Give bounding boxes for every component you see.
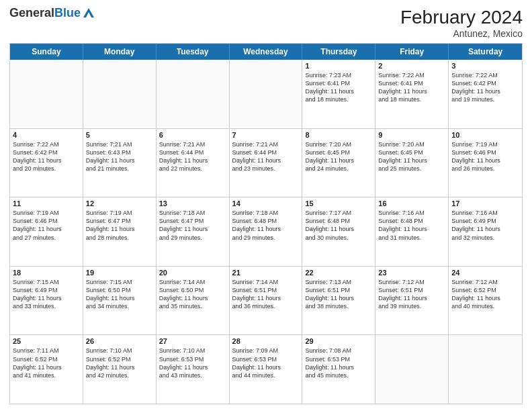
weekday-friday: Friday	[375, 44, 449, 60]
day-info: Sunrise: 7:14 AM Sunset: 6:50 PM Dayligh…	[159, 278, 226, 311]
weekday-thursday: Thursday	[302, 44, 375, 60]
logo-blue: Blue	[54, 6, 81, 19]
calendar-cell-r1-c2: 6Sunrise: 7:21 AM Sunset: 6:44 PM Daylig…	[157, 129, 230, 197]
weekday-monday: Monday	[83, 44, 157, 60]
calendar-cell-r0-c4: 1Sunrise: 7:23 AM Sunset: 6:41 PM Daylig…	[302, 60, 375, 128]
day-number: 10	[451, 131, 519, 139]
day-number: 9	[378, 131, 445, 139]
logo: GeneralBlue	[9, 7, 95, 20]
day-number: 15	[305, 199, 372, 208]
day-info: Sunrise: 7:19 AM Sunset: 6:46 PM Dayligh…	[451, 140, 519, 173]
day-info: Sunrise: 7:22 AM Sunset: 6:42 PM Dayligh…	[451, 71, 519, 104]
day-info: Sunrise: 7:11 AM Sunset: 6:52 PM Dayligh…	[13, 347, 80, 379]
calendar-cell-r3-c0: 18Sunrise: 7:15 AM Sunset: 6:49 PM Dayli…	[10, 267, 83, 335]
logo-icon	[82, 7, 95, 20]
day-info: Sunrise: 7:10 AM Sunset: 6:52 PM Dayligh…	[86, 347, 153, 379]
day-info: Sunrise: 7:20 AM Sunset: 6:45 PM Dayligh…	[305, 140, 372, 173]
day-info: Sunrise: 7:15 AM Sunset: 6:49 PM Dayligh…	[13, 278, 80, 311]
calendar-cell-r0-c3	[230, 60, 303, 128]
calendar: Sunday Monday Tuesday Wednesday Thursday…	[9, 43, 523, 404]
day-number: 3	[451, 62, 519, 70]
day-info: Sunrise: 7:12 AM Sunset: 6:52 PM Dayligh…	[451, 278, 519, 311]
day-info: Sunrise: 7:18 AM Sunset: 6:47 PM Dayligh…	[159, 209, 226, 242]
day-info: Sunrise: 7:22 AM Sunset: 6:41 PM Dayligh…	[378, 71, 445, 104]
day-number: 22	[305, 269, 372, 277]
calendar-row-1: 4Sunrise: 7:22 AM Sunset: 6:42 PM Daylig…	[10, 129, 522, 198]
day-info: Sunrise: 7:08 AM Sunset: 6:53 PM Dayligh…	[305, 347, 372, 379]
day-info: Sunrise: 7:12 AM Sunset: 6:51 PM Dayligh…	[378, 278, 445, 311]
calendar-cell-r0-c1	[83, 60, 157, 128]
calendar-cell-r2-c4: 15Sunrise: 7:17 AM Sunset: 6:48 PM Dayli…	[302, 197, 375, 266]
day-number: 12	[86, 199, 153, 208]
calendar-cell-r4-c4: 29Sunrise: 7:08 AM Sunset: 6:53 PM Dayli…	[302, 335, 375, 404]
month-title: February 2024	[400, 7, 523, 28]
day-info: Sunrise: 7:16 AM Sunset: 6:49 PM Dayligh…	[451, 209, 519, 242]
day-number: 7	[232, 131, 300, 139]
day-info: Sunrise: 7:20 AM Sunset: 6:45 PM Dayligh…	[378, 140, 445, 173]
day-info: Sunrise: 7:19 AM Sunset: 6:46 PM Dayligh…	[13, 209, 80, 242]
day-number: 4	[13, 131, 80, 139]
calendar-cell-r1-c0: 4Sunrise: 7:22 AM Sunset: 6:42 PM Daylig…	[10, 129, 83, 197]
day-number: 17	[451, 199, 519, 208]
day-number: 23	[378, 269, 445, 277]
day-info: Sunrise: 7:18 AM Sunset: 6:48 PM Dayligh…	[232, 209, 300, 242]
calendar-cell-r1-c1: 5Sunrise: 7:21 AM Sunset: 6:43 PM Daylig…	[83, 129, 157, 197]
day-number: 26	[86, 337, 153, 345]
calendar-body: 1Sunrise: 7:23 AM Sunset: 6:41 PM Daylig…	[10, 60, 522, 404]
weekday-wednesday: Wednesday	[230, 44, 303, 60]
calendar-cell-r1-c4: 8Sunrise: 7:20 AM Sunset: 6:45 PM Daylig…	[302, 129, 375, 197]
day-info: Sunrise: 7:15 AM Sunset: 6:50 PM Dayligh…	[86, 278, 153, 311]
day-info: Sunrise: 7:21 AM Sunset: 6:44 PM Dayligh…	[159, 140, 226, 173]
calendar-cell-r2-c2: 13Sunrise: 7:18 AM Sunset: 6:47 PM Dayli…	[157, 197, 230, 266]
day-number: 5	[86, 131, 153, 139]
calendar-cell-r4-c6	[449, 335, 522, 404]
calendar-cell-r3-c3: 21Sunrise: 7:14 AM Sunset: 6:51 PM Dayli…	[230, 267, 303, 335]
calendar-cell-r3-c1: 19Sunrise: 7:15 AM Sunset: 6:50 PM Dayli…	[83, 267, 157, 335]
calendar-cell-r3-c2: 20Sunrise: 7:14 AM Sunset: 6:50 PM Dayli…	[157, 267, 230, 335]
day-number: 16	[378, 199, 445, 208]
page: GeneralBlue February 2024 Antunez, Mexic…	[0, 0, 532, 411]
calendar-cell-r4-c0: 25Sunrise: 7:11 AM Sunset: 6:52 PM Dayli…	[10, 335, 83, 404]
calendar-cell-r4-c1: 26Sunrise: 7:10 AM Sunset: 6:52 PM Dayli…	[83, 335, 157, 404]
calendar-cell-r3-c4: 22Sunrise: 7:13 AM Sunset: 6:51 PM Dayli…	[302, 267, 375, 335]
day-info: Sunrise: 7:16 AM Sunset: 6:48 PM Dayligh…	[378, 209, 445, 242]
day-number: 27	[159, 337, 226, 345]
calendar-cell-r2-c5: 16Sunrise: 7:16 AM Sunset: 6:48 PM Dayli…	[375, 197, 449, 266]
calendar-cell-r2-c6: 17Sunrise: 7:16 AM Sunset: 6:49 PM Dayli…	[449, 197, 522, 266]
day-number: 13	[159, 199, 226, 208]
day-number: 25	[13, 337, 80, 345]
day-info: Sunrise: 7:13 AM Sunset: 6:51 PM Dayligh…	[305, 278, 372, 311]
day-info: Sunrise: 7:22 AM Sunset: 6:42 PM Dayligh…	[13, 140, 80, 173]
logo-general: General	[9, 6, 54, 19]
day-number: 14	[232, 199, 300, 208]
calendar-cell-r0-c5: 2Sunrise: 7:22 AM Sunset: 6:41 PM Daylig…	[375, 60, 449, 128]
day-info: Sunrise: 7:17 AM Sunset: 6:48 PM Dayligh…	[305, 209, 372, 242]
calendar-cell-r2-c0: 11Sunrise: 7:19 AM Sunset: 6:46 PM Dayli…	[10, 197, 83, 266]
calendar-cell-r1-c3: 7Sunrise: 7:21 AM Sunset: 6:44 PM Daylig…	[230, 129, 303, 197]
day-info: Sunrise: 7:19 AM Sunset: 6:47 PM Dayligh…	[86, 209, 153, 242]
day-info: Sunrise: 7:23 AM Sunset: 6:41 PM Dayligh…	[305, 71, 372, 104]
calendar-cell-r4-c5	[375, 335, 449, 404]
day-number: 2	[378, 62, 445, 70]
calendar-cell-r0-c2	[157, 60, 230, 128]
logo-text: GeneralBlue	[9, 7, 81, 20]
calendar-cell-r0-c6: 3Sunrise: 7:22 AM Sunset: 6:42 PM Daylig…	[449, 60, 522, 128]
calendar-cell-r3-c5: 23Sunrise: 7:12 AM Sunset: 6:51 PM Dayli…	[375, 267, 449, 335]
day-number: 8	[305, 131, 372, 139]
calendar-row-0: 1Sunrise: 7:23 AM Sunset: 6:41 PM Daylig…	[10, 60, 522, 129]
day-number: 1	[305, 62, 372, 70]
day-number: 20	[159, 269, 226, 277]
calendar-header: Sunday Monday Tuesday Wednesday Thursday…	[10, 44, 522, 60]
location: Antunez, Mexico	[400, 28, 523, 39]
day-info: Sunrise: 7:10 AM Sunset: 6:53 PM Dayligh…	[159, 347, 226, 379]
day-number: 6	[159, 131, 226, 139]
day-number: 11	[13, 199, 80, 208]
calendar-cell-r1-c5: 9Sunrise: 7:20 AM Sunset: 6:45 PM Daylig…	[375, 129, 449, 197]
weekday-saturday: Saturday	[449, 44, 522, 60]
weekday-sunday: Sunday	[10, 44, 83, 60]
day-number: 21	[232, 269, 300, 277]
calendar-cell-r4-c3: 28Sunrise: 7:09 AM Sunset: 6:53 PM Dayli…	[230, 335, 303, 404]
calendar-row-2: 11Sunrise: 7:19 AM Sunset: 6:46 PM Dayli…	[10, 197, 522, 267]
day-number: 18	[13, 269, 80, 277]
calendar-cell-r1-c6: 10Sunrise: 7:19 AM Sunset: 6:46 PM Dayli…	[449, 129, 522, 197]
